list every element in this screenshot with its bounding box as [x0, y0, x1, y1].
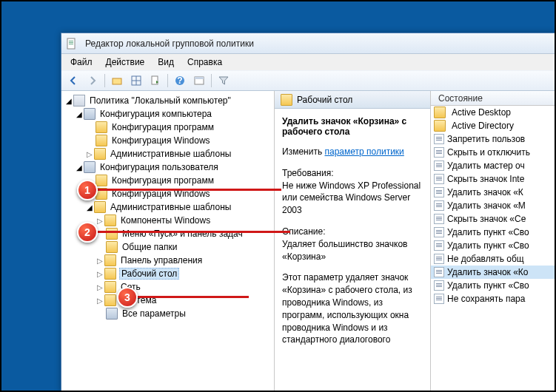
list-item-label: Удалить значок «Ко — [447, 267, 529, 277]
tree-label: Административные шаблоны — [109, 201, 232, 213]
config-icon — [84, 108, 96, 120]
req-text: Не ниже Windows XP Professional или семе… — [282, 180, 423, 217]
list-item[interactable]: Удалить значок «К — [431, 186, 555, 199]
filter-button[interactable] — [215, 72, 232, 89]
list-item-label: Скрыть значок Inte — [447, 174, 524, 184]
expand-icon[interactable]: ▷ — [96, 270, 104, 278]
list-item-label: Скрыть и отключить — [447, 147, 530, 158]
collapse-icon[interactable]: ◢ — [75, 110, 84, 118]
list-item[interactable]: Запретить пользов — [431, 132, 555, 146]
tree-comp-cfg[interactable]: ◢Конфигурация компьютера — [63, 107, 272, 121]
collapse-icon[interactable]: ◢ — [75, 163, 84, 172]
folder-icon — [104, 294, 116, 306]
list-item[interactable]: Скрыть значок «Се — [431, 212, 555, 226]
list-item[interactable]: Удалить пункт «Сво — [431, 239, 555, 252]
tree-item[interactable]: Все параметры — [63, 307, 272, 320]
detail-header: Рабочий стол — [275, 91, 430, 109]
document-icon — [434, 240, 444, 251]
setting-title: Удалить значок «Корзина» с рабочего стол… — [282, 116, 423, 137]
tree-label: Конфигурация пользователя — [98, 161, 220, 173]
tree-item[interactable]: ▷Сеть — [63, 280, 272, 294]
list-item[interactable]: Active Directory — [431, 119, 555, 132]
svg-rect-12 — [195, 77, 204, 79]
grid-button[interactable] — [127, 72, 145, 89]
tree-adm-tmpl[interactable]: ◢Административные шаблоны — [63, 200, 272, 214]
list-item[interactable]: Удалить мастер оч — [431, 159, 555, 172]
tree-item[interactable]: ▷Панель управления — [63, 254, 272, 267]
desc-label: Описание: — [282, 226, 423, 238]
menu-action[interactable]: Действие — [100, 55, 151, 69]
document-icon — [434, 214, 444, 224]
list-item[interactable]: Удалить значок «М — [431, 199, 555, 212]
titlebar[interactable]: Редактор локальной групповой политики — [61, 33, 555, 54]
list-item-label: Удалить пункт «Сво — [447, 280, 529, 291]
document-icon — [434, 160, 444, 171]
toolbar: ? — [61, 70, 555, 91]
tree-label: Административные шаблоны — [109, 148, 232, 160]
list-item[interactable]: Удалить пункт «Сво — [431, 226, 555, 239]
menu-help[interactable]: Справка — [181, 55, 228, 69]
detail-pane: Рабочий стол Удалить значок «Корзина» с … — [275, 91, 555, 391]
desc-text: Удаляет большинство значков «Корзина» — [282, 238, 423, 263]
settings-list: Состояние Active DesktopActive Directory… — [430, 91, 555, 391]
tree-item[interactable]: Конфигурация Windows — [63, 134, 272, 147]
expand-icon[interactable]: ▷ — [96, 217, 104, 225]
tree-item[interactable]: ▷Административные шаблоны — [63, 147, 272, 160]
menu-file[interactable]: Файл — [64, 55, 98, 69]
tree-user-cfg[interactable]: ◢Конфигурация пользователя — [63, 160, 272, 174]
tree-desktop[interactable]: ▷Рабочий стол — [63, 267, 272, 280]
tree-label: Компоненты Windows — [119, 214, 212, 226]
expand-icon[interactable]: ▷ — [85, 150, 94, 158]
list-item[interactable]: Не добавлять общ — [431, 252, 555, 266]
list-item[interactable]: Active Desktop — [431, 106, 555, 119]
menu-view[interactable]: Вид — [152, 55, 180, 69]
document-icon — [434, 134, 444, 144]
expand-icon[interactable]: ▷ — [96, 283, 104, 291]
collapse-icon[interactable]: ◢ — [85, 203, 94, 212]
tree-label: Рабочий стол — [119, 268, 179, 280]
config-icon — [84, 161, 96, 173]
back-button[interactable] — [64, 72, 82, 89]
tree-label: Конфигурация программ — [110, 121, 215, 133]
callout-2: 2 — [77, 222, 98, 243]
tree-root[interactable]: ◢Политика "Локальный компьютер" — [63, 94, 272, 107]
document-icon — [434, 174, 444, 184]
tree-label: Конфигурация компьютера — [98, 108, 213, 120]
expand-icon[interactable]: ▷ — [96, 257, 104, 265]
callout-3: 3 — [117, 287, 138, 308]
folder-icon — [96, 121, 107, 133]
list-items[interactable]: Active DesktopActive DirectoryЗапретить … — [431, 106, 555, 305]
document-icon — [434, 200, 444, 211]
toolbar-separator — [167, 74, 168, 87]
collapse-icon[interactable]: ◢ — [64, 97, 73, 105]
tree-label: Все параметры — [121, 308, 187, 320]
list-item-label: Скрыть значок «Се — [447, 214, 526, 224]
folder-icon — [104, 268, 116, 280]
tree-label: Общие папки — [121, 241, 178, 253]
forward-button[interactable] — [84, 72, 101, 89]
folder-icon — [106, 241, 118, 253]
tree-label: Панель управления — [119, 254, 204, 266]
props-button[interactable] — [190, 72, 208, 89]
help-button[interactable]: ? — [171, 72, 189, 89]
tree-pane[interactable]: ◢Политика "Локальный компьютер" ◢Конфигу… — [61, 91, 275, 391]
folder-up-button[interactable] — [108, 72, 126, 89]
redline-3 — [138, 296, 249, 298]
tree-label: Конфигурация программ — [110, 175, 215, 186]
edit-row: Изменить параметр политики — [282, 146, 423, 158]
list-item[interactable]: Удалить пункт «Сво — [431, 279, 555, 292]
edit-label: Изменить — [282, 146, 322, 157]
expand-icon[interactable]: ▷ — [96, 297, 104, 305]
list-item[interactable]: Удалить значок «Ко — [431, 266, 555, 279]
list-item[interactable]: Скрыть значок Inte — [431, 172, 555, 186]
tree-item[interactable]: Конфигурация программ — [63, 121, 272, 134]
list-item[interactable]: Скрыть и отключить — [431, 146, 555, 159]
tree-item[interactable]: Общие папки — [63, 240, 272, 254]
folder-icon — [434, 107, 446, 118]
window-title: Редактор локальной групповой политики — [85, 38, 254, 49]
toolbar-separator — [104, 74, 105, 87]
edit-link[interactable]: параметр политики — [324, 146, 403, 157]
list-header[interactable]: Состояние — [431, 91, 555, 106]
list-item[interactable]: Не сохранять пара — [431, 292, 555, 305]
export-button[interactable] — [147, 72, 164, 89]
